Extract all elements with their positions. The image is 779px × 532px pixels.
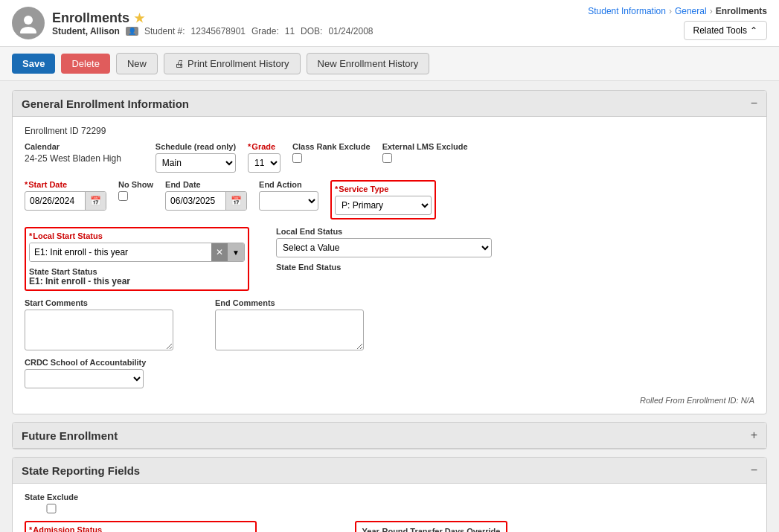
crdc-select[interactable] [25,369,144,388]
schedule-group: Schedule (read only) Main [156,142,236,173]
student-number: 12345678901 [191,26,246,36]
start-comments-group: Start Comments [25,298,173,350]
no-show-group: No Show [118,180,153,201]
new-button[interactable]: New [116,53,158,74]
end-action-group: End Action [259,180,318,211]
related-tools-button[interactable]: Related Tools ⌃ [684,21,768,40]
local-start-status-combo: ✕ ▼ [29,243,245,262]
state-exclude-label: State Exclude [25,493,78,501]
state-reporting-title: State Reporting Fields [22,464,140,477]
grade-label-req: Grade [248,142,280,151]
local-start-status-clear-button[interactable]: ✕ [211,243,228,261]
header-left: Enrollments ★ Student, Allison 👤 Student… [12,7,373,39]
start-date-input-wrap: 📅 [25,191,106,211]
header-info: Enrollments ★ Student, Allison 👤 Student… [52,10,373,36]
local-start-status-arrow-button[interactable]: ▼ [228,243,244,261]
delete-button[interactable]: Delete [61,54,110,74]
start-date-group: Start Date 📅 [25,180,106,211]
external-lms-checkbox[interactable] [382,153,392,163]
form-row-3: Local Start Status ✕ ▼ State Start Statu… [25,227,754,291]
print-enrollment-history-button[interactable]: 🖨 Print Enrollment History [164,53,301,74]
form-row-admission: Admission Status MST1: Member - Standard… [25,521,754,532]
breadcrumb-student-info[interactable]: Student Information [588,6,666,16]
state-start-status-value: E1: Init enroll - this year [29,276,245,286]
end-date-calendar-button[interactable]: 📅 [225,192,246,210]
start-date-input[interactable] [25,193,85,208]
header: Enrollments ★ Student, Allison 👤 Student… [0,0,779,47]
grade-select[interactable]: 11 [248,153,280,173]
admission-status-label: Admission Status [29,525,252,532]
general-enrollment-body: Enrollment ID 72299 Calendar 24-25 West … [13,117,766,414]
start-comments-label: Start Comments [25,298,173,307]
dob-value: 01/24/2008 [328,26,373,36]
state-end-status-label: State End Status [276,263,492,272]
svg-point-0 [24,16,33,25]
grade-group: Grade 11 [248,142,280,173]
admission-status-group: Admission Status MST1: Member - Standard… [29,525,252,532]
general-enrollment-collapse[interactable]: − [751,97,757,110]
star-icon[interactable]: ★ [134,11,144,25]
class-rank-group: Class Rank Exclude [292,142,371,163]
local-start-status-highlight-box: Local Start Status ✕ ▼ State Start Statu… [25,227,249,291]
no-show-checkbox[interactable] [118,191,128,201]
breadcrumb-sep-1: › [669,6,672,16]
future-enrollment-section: Future Enrollment + [12,422,767,449]
service-type-highlight-box: Service Type P: Primary [330,180,436,219]
service-type-select[interactable]: P: Primary [335,196,432,215]
print-history-label: Print Enrollment History [187,58,289,69]
end-comments-group: End Comments [215,298,364,350]
student-name: Student, Allison [52,26,120,36]
start-comments-textarea[interactable] [25,310,173,350]
state-end-status-row: State End Status [276,263,492,272]
end-comments-textarea[interactable] [215,310,364,350]
new-enrollment-history-button[interactable]: New Enrollment History [307,53,430,74]
state-reporting-section: State Reporting Fields − State Exclude A… [12,457,767,532]
breadcrumb-general[interactable]: General [675,6,707,16]
year-round-label: Year-Round Transfer Days Override [362,527,501,532]
class-rank-checkbox-row [292,153,371,163]
header-right: Student Information › General › Enrollme… [588,6,767,40]
student-id-card-icon[interactable]: 👤 [126,27,138,36]
local-end-status-select[interactable]: Select a Value [276,238,492,257]
related-tools-label: Related Tools [693,25,748,36]
future-enrollment-expand[interactable]: + [751,429,757,442]
breadcrumb-current: Enrollments [716,6,767,16]
student-number-label: Student #: [144,26,185,36]
external-lms-checkbox-row [382,153,468,163]
service-type-label: Service Type [335,185,432,193]
admission-status-highlight-box: Admission Status MST1: Member - Standard… [25,521,257,532]
external-lms-label: External LMS Exclude [382,142,468,151]
end-date-label: End Date [165,180,247,189]
state-exclude-checkbox[interactable] [25,504,78,513]
state-start-status-row: State Start Status E1: Init enroll - thi… [29,267,245,286]
local-end-status-label: Local End Status [276,227,492,236]
end-action-select[interactable] [259,191,318,211]
grade-value: 11 [285,26,295,36]
printer-icon: 🖨 [175,58,185,69]
enrollment-id-label: Enrollment ID [25,126,79,136]
calendar-label: Calendar [25,142,121,151]
title-text: Enrollments [52,10,129,26]
grade-label: Grade: [251,26,279,36]
year-round-highlight-box: Year-Round Transfer Days Override [355,521,508,532]
class-rank-checkbox[interactable] [292,153,302,163]
breadcrumb: Student Information › General › Enrollme… [588,6,767,16]
svg-point-1 [20,27,36,33]
general-enrollment-title: General Enrollment Information [22,97,189,110]
general-enrollment-section: General Enrollment Information − Enrollm… [12,90,767,414]
toolbar: Save Delete New 🖨 Print Enrollment Histo… [0,47,779,81]
form-row-2: Start Date 📅 No Show End Date [25,180,754,219]
start-date-calendar-button[interactable]: 📅 [85,192,106,210]
save-button[interactable]: Save [12,54,55,74]
calendar-value: 24-25 West Bladen High [25,153,121,164]
header-sub: Student, Allison 👤 Student #: 1234567890… [52,26,373,36]
state-reporting-collapse[interactable]: − [751,464,757,477]
local-start-status-input[interactable] [30,243,211,261]
state-exclude-row: State Exclude [25,493,754,513]
end-date-input[interactable] [166,193,225,208]
future-enrollment-title: Future Enrollment [22,429,118,442]
end-date-input-wrap: 📅 [165,191,247,211]
start-date-label: Start Date [25,180,106,189]
schedule-select[interactable]: Main [156,153,236,173]
form-row-5: CRDC School of Accountability [25,358,754,388]
